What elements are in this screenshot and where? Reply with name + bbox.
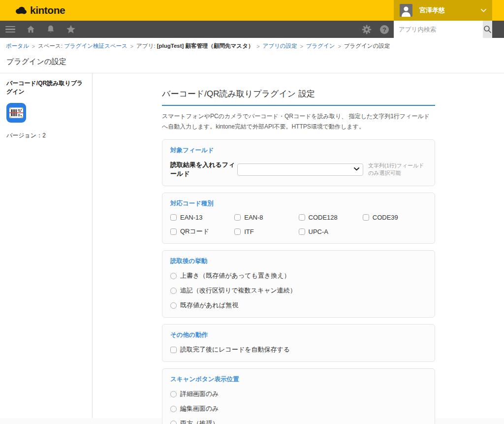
page-title-bar: プラグインの設定 bbox=[0, 53, 504, 73]
option-label: 上書き（既存値があっても置き換え） bbox=[180, 271, 290, 280]
checkbox bbox=[363, 214, 369, 221]
checkbox bbox=[170, 214, 177, 221]
checkbox bbox=[170, 228, 177, 235]
kintone-cloud-icon bbox=[15, 5, 28, 15]
settings-main: バーコード/QR読み取りプラグイン 設定 スマートフォンやPCのカメラでバーコー… bbox=[93, 73, 504, 418]
section-title: 対応コード種別 bbox=[170, 199, 427, 208]
breadcrumb-plugins[interactable]: プラグイン bbox=[306, 42, 335, 50]
search-button[interactable] bbox=[483, 21, 492, 38]
radio-button bbox=[170, 288, 177, 294]
plugin-version: バージョン：2 bbox=[6, 131, 86, 140]
home-icon[interactable] bbox=[25, 24, 36, 35]
breadcrumb-portal[interactable]: ポータル bbox=[6, 42, 29, 50]
barcode-qr-plugin-icon bbox=[6, 103, 26, 123]
breadcrumb-space-prefix: スペース: bbox=[38, 42, 63, 50]
checkbox bbox=[170, 347, 177, 353]
option-label: CODE39 bbox=[373, 214, 398, 221]
breadcrumb-app-settings[interactable]: アプリの設定 bbox=[263, 42, 297, 50]
search-icon bbox=[483, 25, 492, 33]
checkbox-option-qrcode[interactable]: QRコード bbox=[170, 227, 234, 236]
radio-button bbox=[170, 406, 177, 412]
user-menu[interactable]: 宮澤孝慈 bbox=[394, 0, 492, 21]
section-title: その他の動作 bbox=[170, 331, 427, 339]
radio-option-edit-only[interactable]: 編集画面のみ bbox=[170, 404, 427, 413]
top-header: kintone 宮澤孝慈 bbox=[0, 0, 504, 21]
section-target-field: 対象フィールド 読取結果を入れるフィールド 文字列(1行)フィールドのみ選択可能 bbox=[162, 139, 435, 186]
radio-option-detail-only[interactable]: 詳細画面のみ bbox=[170, 390, 427, 398]
hamburger-menu-icon[interactable] bbox=[5, 24, 16, 35]
section-other-behavior: その他の動作 読取完了後にレコードを自動保存する bbox=[162, 324, 435, 362]
option-label: 両方（推奨） bbox=[180, 419, 219, 424]
option-label: 既存値があれば無視 bbox=[180, 301, 238, 310]
radio-button bbox=[170, 391, 177, 397]
checkbox-option-autosave[interactable]: 読取完了後にレコードを自動保存する bbox=[170, 345, 427, 354]
breadcrumb-separator: > bbox=[300, 43, 303, 49]
checkbox-option-itf[interactable]: ITF bbox=[234, 227, 298, 236]
radio-option-overwrite[interactable]: 上書き（既存値があっても置き換え） bbox=[170, 271, 427, 280]
kintone-logo[interactable]: kintone bbox=[15, 4, 65, 16]
breadcrumb-current: プラグインの設定 bbox=[344, 42, 390, 50]
radio-button bbox=[170, 421, 177, 424]
radio-button bbox=[170, 302, 177, 309]
breadcrumb: ポータル > スペース: プラグイン検証スペース > アプリ: [plugTes… bbox=[0, 38, 504, 53]
checkbox bbox=[234, 214, 241, 221]
section-title: 対象フィールド bbox=[170, 146, 427, 155]
user-avatar-icon bbox=[400, 4, 412, 17]
settings-heading: バーコード/QR読み取りプラグイン 設定 bbox=[162, 88, 435, 106]
svg-text:?: ? bbox=[382, 26, 386, 33]
app-search bbox=[394, 21, 492, 38]
breadcrumb-app-prefix: アプリ: bbox=[136, 42, 156, 50]
checkbox bbox=[299, 214, 305, 221]
chevron-down-icon bbox=[481, 9, 486, 12]
radio-option-append[interactable]: 追記（改行区切りで複数スキャン連続） bbox=[170, 286, 427, 295]
gear-icon[interactable] bbox=[361, 24, 372, 35]
option-label: ITF bbox=[244, 228, 254, 235]
checkbox-option-ean13[interactable]: EAN-13 bbox=[170, 214, 234, 221]
page-title: プラグインの設定 bbox=[6, 57, 498, 66]
sidebar-plugin-name: バーコード/QR読み取りプラグイン bbox=[6, 79, 86, 97]
option-label: EAN-8 bbox=[244, 214, 263, 221]
option-label: 読取完了後にレコードを自動保存する bbox=[180, 345, 290, 354]
option-label: CODE128 bbox=[309, 214, 338, 221]
breadcrumb-space[interactable]: プラグイン検証スペース bbox=[64, 42, 127, 50]
breadcrumb-separator: > bbox=[130, 43, 133, 49]
checkbox bbox=[299, 228, 305, 235]
plugin-sidebar: バーコード/QR読み取りプラグイン bbox=[0, 73, 93, 418]
star-icon[interactable] bbox=[65, 24, 76, 35]
section-code-types: 対応コード種別 EAN-13 EAN-8 CODE128 CODE39 QRコー… bbox=[162, 193, 435, 244]
radio-option-ignore[interactable]: 既存値があれば無視 bbox=[170, 301, 427, 310]
notification-bell-icon[interactable] bbox=[45, 24, 56, 35]
section-title: 読取後の挙動 bbox=[170, 257, 427, 265]
option-label: QRコード bbox=[180, 227, 209, 236]
option-label: 詳細画面のみ bbox=[180, 390, 219, 398]
checkbox-option-ean8[interactable]: EAN-8 bbox=[234, 214, 298, 221]
radio-option-both[interactable]: 両方（推奨） bbox=[170, 419, 427, 424]
radio-button bbox=[170, 273, 177, 279]
search-input[interactable] bbox=[394, 21, 483, 38]
section-after-read: 読取後の挙動 上書き（既存値があっても置き換え） 追記（改行区切りで複数スキャン… bbox=[162, 250, 435, 318]
checkbox-option-code39[interactable]: CODE39 bbox=[363, 214, 427, 221]
checkbox-option-upca[interactable]: UPC-A bbox=[299, 227, 363, 236]
section-title: スキャンボタン表示位置 bbox=[170, 375, 427, 384]
option-label: 追記（改行区切りで複数スキャン連続） bbox=[180, 286, 296, 295]
breadcrumb-separator: > bbox=[32, 43, 35, 49]
app-window: kintone 宮澤孝慈 bbox=[0, 0, 504, 415]
target-field-select[interactable] bbox=[237, 163, 363, 176]
section-scan-button-position: スキャンボタン表示位置 詳細画面のみ 編集画面のみ 両方（推奨） bbox=[162, 368, 435, 424]
option-label: UPC-A bbox=[309, 228, 328, 235]
breadcrumb-separator: > bbox=[256, 43, 259, 49]
global-toolbar: ? bbox=[0, 21, 504, 38]
target-field-label: 読取結果を入れるフィールド bbox=[170, 161, 237, 178]
target-field-hint: 文字列(1行)フィールドのみ選択可能 bbox=[368, 162, 427, 177]
user-name: 宮澤孝慈 bbox=[419, 6, 481, 15]
breadcrumb-separator: > bbox=[338, 43, 341, 49]
logo-text: kintone bbox=[30, 4, 65, 16]
plugin-description: スマートフォンやPCのカメラでバーコード・QRコードを読み取り、 指定した文字列… bbox=[162, 111, 435, 132]
breadcrumb-app-name: [plugTest] 顧客管理（顧問先マスタ） bbox=[157, 42, 254, 50]
help-icon[interactable]: ? bbox=[379, 24, 390, 35]
option-label: EAN-13 bbox=[180, 214, 203, 221]
checkbox bbox=[234, 228, 241, 235]
option-label: 編集画面のみ bbox=[180, 404, 219, 413]
checkbox-option-code128[interactable]: CODE128 bbox=[299, 214, 363, 221]
